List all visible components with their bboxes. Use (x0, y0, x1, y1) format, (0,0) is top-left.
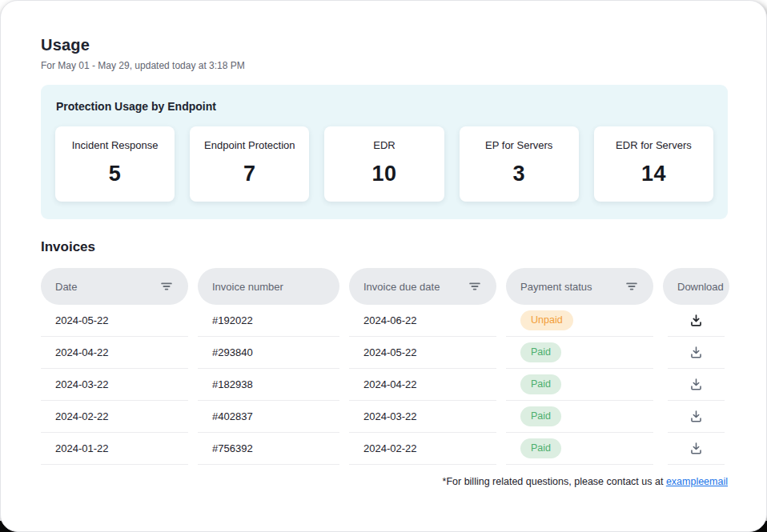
download-cell (668, 401, 725, 433)
stat-card: EP for Servers3 (460, 126, 579, 202)
filter-icon (624, 279, 639, 294)
payment-status-badge: Unpaid (520, 310, 573, 330)
download-invoice-button[interactable] (686, 406, 706, 426)
download-icon (689, 378, 703, 391)
stat-card-value: 7 (190, 162, 309, 186)
column-header-label: Invoice due date (363, 281, 440, 293)
stat-card-label: Incident Response (55, 139, 175, 151)
column-header-label: Payment status (520, 281, 592, 293)
payment-status-badge: Paid (520, 374, 561, 394)
invoice-due-date-cell: 2024-04-22 (349, 369, 496, 401)
table-row: 2024-03-22#1829382024-04-22Paid (41, 369, 728, 401)
payment-status-cell: Paid (506, 401, 653, 433)
payment-status-cell: Paid (506, 369, 653, 401)
column-header-invoice-due-date[interactable]: Invoice due date (349, 268, 496, 305)
invoice-number-cell: #756392 (198, 433, 339, 465)
invoice-number-cell: #402837 (198, 401, 339, 433)
billing-footnote: *For billing related questions, please c… (41, 476, 728, 487)
column-header-label: Download (677, 281, 724, 293)
stat-card-value: 10 (324, 162, 444, 186)
stat-card: EDR10 (324, 126, 444, 202)
download-cell (668, 305, 725, 337)
invoice-due-date-cell: 2024-02-22 (349, 433, 496, 465)
download-invoice-button[interactable] (686, 374, 706, 394)
stat-cards: Incident Response5Endpoint Protection7ED… (55, 126, 713, 202)
stat-card: Endpoint Protection7 (190, 126, 309, 202)
download-icon (689, 410, 703, 423)
invoices-title: Invoices (41, 239, 728, 255)
payment-status-cell: Paid (506, 337, 653, 369)
invoice-date-cell: 2024-03-22 (41, 369, 188, 401)
download-invoice-button[interactable] (686, 310, 706, 330)
download-invoice-button[interactable] (686, 438, 706, 458)
stat-card-label: EP for Servers (460, 139, 579, 151)
payment-status-badge: Paid (520, 438, 561, 458)
filter-icon (159, 279, 174, 294)
invoice-date-cell: 2024-04-22 (41, 337, 188, 369)
invoice-date-cell: 2024-01-22 (41, 433, 188, 465)
column-header-date[interactable]: Date (41, 268, 188, 305)
usage-page: Usage For May 01 - May 29, updated today… (0, 0, 767, 532)
invoice-number-cell: #293840 (198, 337, 339, 369)
download-icon (689, 314, 703, 327)
stat-card-value: 14 (594, 162, 713, 186)
payment-status-cell: Unpaid (506, 305, 653, 337)
stat-card: EDR for Servers14 (594, 126, 713, 202)
stat-card-label: EDR (324, 139, 444, 151)
invoice-number-cell: #192022 (198, 305, 339, 337)
usage-panel-title: Protection Usage by Endpoint (56, 100, 713, 113)
invoice-date-cell: 2024-02-22 (41, 401, 188, 433)
table-row: 2024-02-22#4028372024-03-22Paid (41, 401, 728, 433)
footnote-text: *For billing related questions, please c… (443, 476, 666, 487)
payment-status-badge: Paid (520, 342, 561, 362)
invoice-due-date-cell: 2024-03-22 (349, 401, 496, 433)
filter-icon (468, 279, 482, 294)
invoice-number-cell: #182938 (198, 369, 339, 401)
invoice-due-date-cell: 2024-06-22 (349, 305, 496, 337)
stat-card-label: Endpoint Protection (190, 139, 309, 151)
column-header-label: Invoice number (212, 281, 283, 293)
protection-usage-panel: Protection Usage by Endpoint Incident Re… (41, 85, 728, 219)
download-cell (668, 433, 725, 465)
download-cell (668, 337, 725, 369)
column-header-label: Date (55, 281, 77, 293)
invoice-date-cell: 2024-05-22 (41, 305, 188, 337)
page-title: Usage (41, 36, 728, 54)
table-row: 2024-04-22#2938402024-05-22Paid (41, 337, 728, 369)
download-cell (668, 369, 725, 401)
table-row: 2024-01-22#7563922024-02-22Paid (41, 433, 728, 465)
download-icon (689, 442, 703, 455)
stat-card-label: EDR for Servers (594, 139, 713, 151)
invoices-table-body: 2024-05-22#1920222024-06-22Unpaid2024-04… (41, 305, 728, 465)
column-header-download[interactable]: Download (663, 268, 729, 305)
column-header-invoice-number[interactable]: Invoice number (198, 268, 339, 305)
invoice-due-date-cell: 2024-05-22 (349, 337, 496, 369)
download-icon (689, 346, 703, 359)
column-header-payment-status[interactable]: Payment status (506, 268, 653, 305)
page-subtitle: For May 01 - May 29, updated today at 3:… (41, 60, 728, 71)
payment-status-badge: Paid (520, 406, 561, 426)
table-row: 2024-05-22#1920222024-06-22Unpaid (41, 305, 728, 337)
invoices-table-header: DateInvoice numberInvoice due datePaymen… (41, 268, 728, 305)
stat-card: Incident Response5 (55, 126, 175, 202)
contact-email-link[interactable]: exampleemail (666, 476, 728, 487)
payment-status-cell: Paid (506, 433, 653, 465)
stat-card-value: 5 (55, 162, 175, 186)
download-invoice-button[interactable] (686, 342, 706, 362)
stat-card-value: 3 (460, 162, 579, 186)
